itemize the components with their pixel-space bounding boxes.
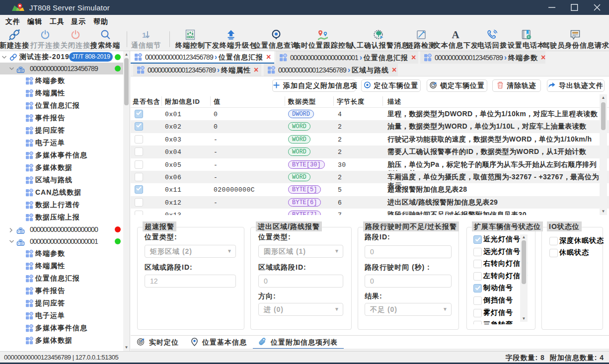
svg-text:1: 1 [142, 31, 146, 39]
svg-text:A: A [452, 29, 460, 41]
